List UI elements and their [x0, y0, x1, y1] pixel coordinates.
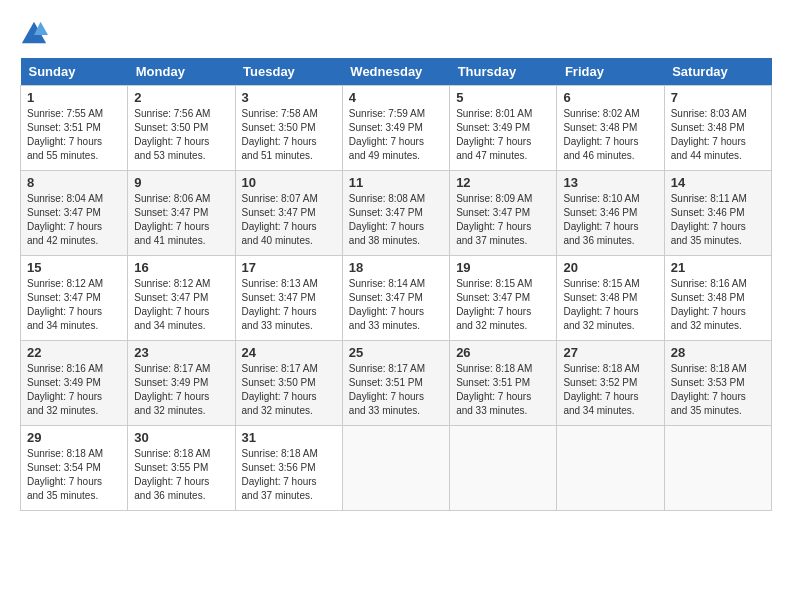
calendar-cell-6: 6Sunrise: 8:02 AMSunset: 3:48 PMDaylight… [557, 86, 664, 171]
calendar-cell-26: 26Sunrise: 8:18 AMSunset: 3:51 PMDayligh… [450, 341, 557, 426]
calendar-cell-20: 20Sunrise: 8:15 AMSunset: 3:48 PMDayligh… [557, 256, 664, 341]
calendar-table: SundayMondayTuesdayWednesdayThursdayFrid… [20, 58, 772, 511]
calendar-cell-23: 23Sunrise: 8:17 AMSunset: 3:49 PMDayligh… [128, 341, 235, 426]
calendar-cell-empty [664, 426, 771, 511]
calendar-week-0: 1Sunrise: 7:55 AMSunset: 3:51 PMDaylight… [21, 86, 772, 171]
calendar-cell-11: 11Sunrise: 8:08 AMSunset: 3:47 PMDayligh… [342, 171, 449, 256]
calendar-cell-18: 18Sunrise: 8:14 AMSunset: 3:47 PMDayligh… [342, 256, 449, 341]
header-monday: Monday [128, 58, 235, 86]
logo-icon [20, 20, 48, 48]
calendar-cell-16: 16Sunrise: 8:12 AMSunset: 3:47 PMDayligh… [128, 256, 235, 341]
calendar-cell-22: 22Sunrise: 8:16 AMSunset: 3:49 PMDayligh… [21, 341, 128, 426]
calendar-cell-empty [342, 426, 449, 511]
calendar-cell-empty [557, 426, 664, 511]
calendar-week-1: 8Sunrise: 8:04 AMSunset: 3:47 PMDaylight… [21, 171, 772, 256]
page-header [20, 20, 772, 48]
calendar-cell-12: 12Sunrise: 8:09 AMSunset: 3:47 PMDayligh… [450, 171, 557, 256]
calendar-week-3: 22Sunrise: 8:16 AMSunset: 3:49 PMDayligh… [21, 341, 772, 426]
calendar-header-row: SundayMondayTuesdayWednesdayThursdayFrid… [21, 58, 772, 86]
calendar-week-4: 29Sunrise: 8:18 AMSunset: 3:54 PMDayligh… [21, 426, 772, 511]
calendar-cell-28: 28Sunrise: 8:18 AMSunset: 3:53 PMDayligh… [664, 341, 771, 426]
calendar-cell-21: 21Sunrise: 8:16 AMSunset: 3:48 PMDayligh… [664, 256, 771, 341]
header-thursday: Thursday [450, 58, 557, 86]
header-friday: Friday [557, 58, 664, 86]
calendar-cell-13: 13Sunrise: 8:10 AMSunset: 3:46 PMDayligh… [557, 171, 664, 256]
calendar-cell-19: 19Sunrise: 8:15 AMSunset: 3:47 PMDayligh… [450, 256, 557, 341]
calendar-cell-9: 9Sunrise: 8:06 AMSunset: 3:47 PMDaylight… [128, 171, 235, 256]
calendar-cell-4: 4Sunrise: 7:59 AMSunset: 3:49 PMDaylight… [342, 86, 449, 171]
calendar-cell-17: 17Sunrise: 8:13 AMSunset: 3:47 PMDayligh… [235, 256, 342, 341]
header-saturday: Saturday [664, 58, 771, 86]
logo [20, 20, 52, 48]
calendar-cell-31: 31Sunrise: 8:18 AMSunset: 3:56 PMDayligh… [235, 426, 342, 511]
calendar-cell-29: 29Sunrise: 8:18 AMSunset: 3:54 PMDayligh… [21, 426, 128, 511]
calendar-cell-30: 30Sunrise: 8:18 AMSunset: 3:55 PMDayligh… [128, 426, 235, 511]
calendar-cell-8: 8Sunrise: 8:04 AMSunset: 3:47 PMDaylight… [21, 171, 128, 256]
calendar-cell-27: 27Sunrise: 8:18 AMSunset: 3:52 PMDayligh… [557, 341, 664, 426]
calendar-cell-1: 1Sunrise: 7:55 AMSunset: 3:51 PMDaylight… [21, 86, 128, 171]
calendar-cell-2: 2Sunrise: 7:56 AMSunset: 3:50 PMDaylight… [128, 86, 235, 171]
calendar-week-2: 15Sunrise: 8:12 AMSunset: 3:47 PMDayligh… [21, 256, 772, 341]
calendar-cell-10: 10Sunrise: 8:07 AMSunset: 3:47 PMDayligh… [235, 171, 342, 256]
header-wednesday: Wednesday [342, 58, 449, 86]
calendar-cell-25: 25Sunrise: 8:17 AMSunset: 3:51 PMDayligh… [342, 341, 449, 426]
calendar-cell-14: 14Sunrise: 8:11 AMSunset: 3:46 PMDayligh… [664, 171, 771, 256]
calendar-cell-5: 5Sunrise: 8:01 AMSunset: 3:49 PMDaylight… [450, 86, 557, 171]
calendar-cell-24: 24Sunrise: 8:17 AMSunset: 3:50 PMDayligh… [235, 341, 342, 426]
header-tuesday: Tuesday [235, 58, 342, 86]
calendar-cell-empty [450, 426, 557, 511]
calendar-cell-7: 7Sunrise: 8:03 AMSunset: 3:48 PMDaylight… [664, 86, 771, 171]
calendar-cell-15: 15Sunrise: 8:12 AMSunset: 3:47 PMDayligh… [21, 256, 128, 341]
calendar-cell-3: 3Sunrise: 7:58 AMSunset: 3:50 PMDaylight… [235, 86, 342, 171]
header-sunday: Sunday [21, 58, 128, 86]
